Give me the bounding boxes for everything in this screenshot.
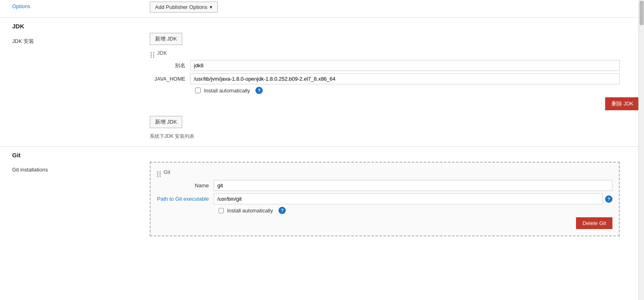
git-path-label: Path to Git executable	[157, 196, 214, 202]
java-home-label: JAVA_HOME	[150, 76, 190, 82]
git-name-row: Name	[157, 180, 612, 191]
jdk-installations-label: JDK 安装	[12, 38, 34, 44]
git-drag-handle[interactable]	[157, 167, 161, 177]
jdk-item: JDK 别名 JAVA_HOME Instal	[150, 48, 620, 110]
scrollbar[interactable]	[638, 0, 644, 300]
git-name-label: Name	[157, 182, 214, 189]
delete-jdk-button[interactable]: 删除 JDK	[605, 97, 640, 110]
git-install-auto-help-icon[interactable]: ?	[278, 207, 286, 214]
git-name-input[interactable]	[214, 180, 612, 191]
java-home-input[interactable]	[190, 73, 620, 84]
jdk-drag-handle[interactable]	[151, 48, 155, 58]
jdk-section-header: JDK	[0, 17, 644, 33]
git-item-header: Git	[157, 167, 612, 177]
git-section-header: Git	[0, 146, 644, 162]
add-jdk-button-bottom[interactable]: 新增 JDK	[150, 116, 182, 128]
jdk-item-header: JDK	[150, 48, 620, 58]
options-label: Options	[12, 3, 30, 9]
jdk-bottom-section: 新增 JDK 系统下JDK 安装列表	[150, 116, 620, 140]
delete-git-button[interactable]: Delete Git	[576, 217, 612, 229]
git-installations-label: Git installations	[12, 167, 48, 173]
git-install-auto-row: Install automatically ?	[157, 207, 612, 214]
alias-input[interactable]	[190, 60, 620, 71]
jdk-list-note: 系统下JDK 安装列表	[150, 133, 620, 140]
install-auto-checkbox[interactable]	[195, 88, 201, 93]
add-publisher-button[interactable]: Add Publisher Options ▾	[150, 2, 218, 13]
git-item-title: Git	[164, 169, 170, 175]
git-path-row: Path to Git executable ?	[157, 193, 612, 204]
add-jdk-button-top[interactable]: 新增 JDK	[150, 33, 182, 45]
git-path-input[interactable]	[214, 193, 603, 204]
alias-row: 别名	[150, 60, 620, 71]
delete-git-label: Delete Git	[582, 220, 606, 226]
add-jdk-label-top: 新增 JDK	[155, 36, 177, 42]
java-home-row: JAVA_HOME	[150, 73, 620, 84]
git-install-auto-checkbox[interactable]	[219, 208, 224, 213]
dropdown-icon: ▾	[210, 4, 213, 10]
add-publisher-btn-label: Add Publisher Options	[155, 4, 207, 10]
git-item-box: Git Name Path to Git executable ?	[150, 162, 620, 236]
jdk-item-title: JDK	[157, 50, 167, 56]
scrollbar-thumb[interactable]	[640, 1, 644, 25]
git-install-auto-label: Install automatically	[227, 208, 273, 214]
alias-label: 别名	[150, 62, 190, 69]
install-auto-help-icon[interactable]: ?	[255, 87, 263, 94]
install-auto-label: Install automatically	[204, 88, 250, 94]
add-jdk-label-bottom: 新增 JDK	[155, 119, 177, 125]
install-auto-row: Install automatically ?	[150, 87, 620, 94]
git-path-help-icon[interactable]: ?	[605, 195, 612, 203]
delete-jdk-label: 删除 JDK	[612, 101, 633, 107]
